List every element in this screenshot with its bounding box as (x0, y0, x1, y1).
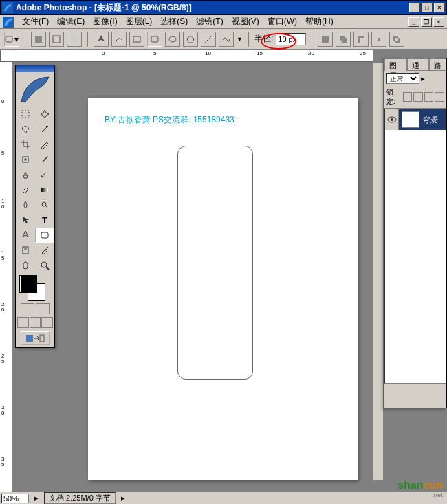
path-selection-tool-icon[interactable] (16, 212, 35, 228)
zoom-level[interactable]: 50% (1, 494, 29, 503)
lock-transparency-icon[interactable] (403, 92, 413, 102)
ps-icon[interactable] (3, 17, 14, 28)
eyedropper-tool-icon[interactable] (35, 243, 54, 258)
menu-edit[interactable]: 编辑(E) (53, 14, 89, 29)
svg-rect-14 (378, 38, 380, 41)
ruler-horizontal[interactable]: 0 5 10 15 20 25 (12, 50, 373, 62)
healing-brush-tool-icon[interactable] (16, 152, 35, 167)
rectangle-shape-icon[interactable] (129, 32, 144, 47)
pathop-intersect-icon[interactable] (371, 32, 386, 47)
ruler-vertical[interactable]: 0 5 1 0 1 5 2 0 2 5 3 0 3 5 (0, 62, 12, 492)
pathop-exclude-icon[interactable] (389, 32, 404, 47)
canvas[interactable]: BY:古欲香萧 PS交流群: 155189433 (88, 98, 358, 480)
move-tool-icon[interactable] (35, 107, 54, 122)
rounded-rect-shape-icon[interactable] (147, 32, 162, 47)
visibility-toggle-icon[interactable] (385, 109, 399, 130)
fillpixels-mode-icon[interactable] (67, 32, 82, 47)
layer-list: 背景 (384, 109, 446, 384)
tool-preset-picker[interactable]: ▾ (4, 32, 19, 47)
statusbar: 50% ▸ 文档:2.25M/0 字节 ▸ (0, 492, 447, 504)
tab-layers[interactable]: 图层 (384, 58, 407, 71)
photoshop-logo[interactable] (16, 72, 54, 107)
pen-tool-icon[interactable] (16, 228, 35, 243)
panel-menu-icon[interactable]: ▸ (421, 74, 425, 83)
radius-label: 半径: (254, 33, 273, 45)
clone-stamp-tool-icon[interactable] (16, 167, 35, 182)
svg-point-29 (41, 262, 47, 267)
ellipse-shape-icon[interactable] (165, 32, 180, 47)
type-tool-icon[interactable]: T (35, 212, 54, 228)
standard-mode-icon[interactable] (21, 303, 34, 314)
shape-tool-icon[interactable] (35, 228, 54, 243)
menu-window[interactable]: 窗口(W) (263, 14, 301, 29)
custom-shape-icon[interactable] (219, 32, 234, 47)
crop-tool-icon[interactable] (16, 137, 35, 152)
lock-pixels-icon[interactable] (413, 92, 423, 102)
layer-thumbnail[interactable] (402, 111, 419, 128)
screen-full-icon[interactable] (41, 317, 53, 328)
lock-position-icon[interactable] (424, 92, 434, 102)
minimize-button[interactable]: _ (409, 3, 420, 12)
magic-wand-tool-icon[interactable] (35, 122, 54, 137)
rounded-rect-path[interactable] (177, 146, 253, 380)
pathop-subtract-icon[interactable] (353, 32, 369, 47)
screen-standard-icon[interactable] (17, 317, 29, 328)
history-brush-tool-icon[interactable] (35, 167, 54, 182)
pathop-add-icon[interactable] (336, 32, 351, 47)
radius-input[interactable] (276, 33, 306, 45)
menu-file[interactable]: 文件(F) (18, 14, 53, 29)
mdi-restore-button[interactable]: ❐ (421, 17, 432, 27)
freeform-pen-icon[interactable] (111, 32, 127, 47)
polygon-shape-icon[interactable] (183, 32, 198, 47)
svg-line-24 (45, 206, 48, 208)
dodge-tool-icon[interactable] (35, 197, 54, 212)
foreground-color-swatch[interactable] (20, 276, 36, 292)
gradient-tool-icon[interactable] (35, 182, 54, 197)
quickmask-mode-icon[interactable] (36, 303, 50, 314)
lock-label: 锁定: (386, 87, 402, 107)
tab-paths[interactable]: 路 (429, 58, 446, 71)
jump-to-imageready-button[interactable] (21, 331, 50, 345)
screen-fullmenu-icon[interactable] (30, 317, 41, 328)
mdi-close-button[interactable]: × (433, 17, 444, 27)
hand-tool-icon[interactable] (16, 258, 35, 273)
lock-all-icon[interactable] (435, 92, 444, 102)
ruler-origin[interactable] (0, 50, 12, 62)
layer-name[interactable]: 背景 (422, 115, 446, 125)
blendmode-select[interactable]: 正常 (386, 73, 419, 84)
notes-tool-icon[interactable] (16, 243, 35, 258)
status-menu-icon[interactable]: ▸ (34, 494, 39, 503)
maximize-button[interactable]: □ (422, 3, 433, 12)
close-button[interactable]: × (434, 3, 445, 12)
titlebar: Adobe Photoshop - [未标题-1 @ 50%(RGB/8)] _… (0, 0, 447, 15)
pen-shape-icon[interactable] (94, 32, 109, 47)
slice-tool-icon[interactable] (35, 137, 54, 152)
marquee-tool-icon[interactable] (16, 107, 35, 122)
eraser-tool-icon[interactable] (16, 182, 35, 197)
menu-layer[interactable]: 图层(L) (122, 14, 157, 29)
menu-help[interactable]: 帮助(H) (301, 14, 338, 29)
status-menu2-icon[interactable]: ▸ (121, 494, 125, 503)
menu-view[interactable]: 视图(V) (228, 14, 263, 29)
zoom-tool-icon[interactable] (35, 258, 54, 273)
tab-channels[interactable]: 通道 (407, 58, 430, 71)
line-shape-icon[interactable] (201, 32, 216, 47)
svg-marker-7 (187, 36, 194, 43)
watermark: shancun .net (397, 479, 443, 498)
menu-select[interactable]: 选择(S) (156, 14, 192, 29)
scrollbar-vertical[interactable] (373, 62, 384, 481)
paths-mode-icon[interactable] (49, 32, 64, 47)
toolbox-titlebar[interactable] (16, 65, 54, 72)
svg-rect-31 (26, 335, 33, 342)
menu-filter[interactable]: 滤镜(T) (192, 14, 227, 29)
document-info[interactable]: 文档:2.25M/0 字节 (44, 492, 116, 504)
layer-row[interactable]: 背景 (385, 109, 446, 130)
credit-text: BY:古欲香萧 PS交流群: 155189433 (105, 114, 235, 126)
mdi-minimize-button[interactable]: _ (408, 17, 419, 27)
menu-image[interactable]: 图像(I) (89, 14, 121, 29)
blur-tool-icon[interactable] (16, 197, 35, 212)
brush-tool-icon[interactable] (35, 152, 54, 167)
pathop-new-icon[interactable] (318, 32, 333, 47)
shape-layers-mode-icon[interactable] (31, 32, 46, 47)
lasso-tool-icon[interactable] (16, 122, 35, 137)
